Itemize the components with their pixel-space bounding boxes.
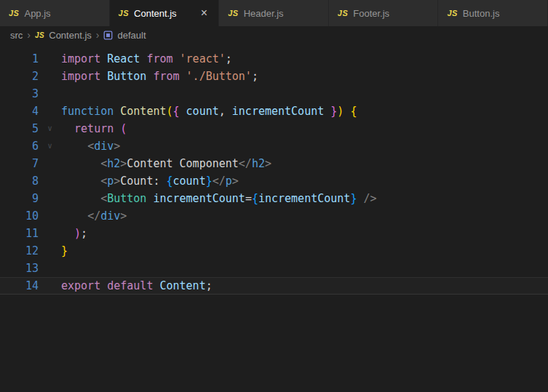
tab-label: Footer.js xyxy=(353,8,389,19)
js-file-icon: JS xyxy=(338,9,348,17)
js-file-icon: JS xyxy=(228,9,238,17)
code-line[interactable]: 14export default Content; xyxy=(0,277,548,295)
fold-spacer xyxy=(39,225,61,242)
code-text: import Button from './Button'; xyxy=(61,68,258,85)
fold-spacer xyxy=(39,85,61,103)
fold-spacer xyxy=(39,277,61,295)
line-number: 8 xyxy=(0,172,39,190)
code-text: import React from 'react'; xyxy=(61,50,232,68)
tab-label: Button.js xyxy=(463,8,500,19)
code-text: ); xyxy=(61,225,87,242)
fold-chevron-icon[interactable]: ∨ xyxy=(39,120,61,137)
js-file-icon: JS xyxy=(35,31,44,39)
js-file-icon: JS xyxy=(447,9,457,17)
code-line[interactable]: 3 xyxy=(0,85,548,103)
breadcrumb: src › JS Content.js › default xyxy=(0,26,548,44)
tab-app-js[interactable]: JSApp.js xyxy=(0,0,110,26)
code-text: } xyxy=(61,242,68,260)
line-number: 10 xyxy=(0,207,39,225)
editor-lines: 1import React from 'react';2import Butto… xyxy=(0,50,548,295)
code-text: return ( xyxy=(61,120,127,137)
tab-button-js[interactable]: JSButton.js xyxy=(438,0,548,26)
fold-spacer xyxy=(39,260,61,277)
vscode-editor-window: { "colors": { "keyword": "#C586C0", "key… xyxy=(0,0,548,392)
code-line[interactable]: 5∨ return ( xyxy=(0,120,548,137)
js-file-icon: JS xyxy=(9,9,19,17)
code-line[interactable]: 4function Content({ count, incrementCoun… xyxy=(0,103,548,120)
fold-spacer xyxy=(39,190,61,207)
line-number: 7 xyxy=(0,155,39,172)
line-number: 9 xyxy=(0,190,39,207)
tab-content-js[interactable]: JSContent.js× xyxy=(110,0,220,26)
line-number: 14 xyxy=(0,277,39,295)
fold-spacer xyxy=(39,103,61,120)
code-text: export default Content; xyxy=(61,277,213,295)
code-line[interactable]: 8 <p>Count: {count}</p> xyxy=(0,172,548,190)
module-symbol-icon xyxy=(103,31,113,40)
line-number: 6 xyxy=(0,137,39,155)
line-number: 12 xyxy=(0,242,39,260)
line-number: 11 xyxy=(0,225,39,242)
code-line[interactable]: 10 </div> xyxy=(0,207,548,225)
code-line[interactable]: 7 <h2>Content Component</h2> xyxy=(0,155,548,172)
line-number: 3 xyxy=(0,85,39,103)
chevron-right-icon: › xyxy=(27,30,31,40)
close-icon[interactable]: × xyxy=(199,6,210,20)
code-text: <p>Count: {count}</p> xyxy=(61,172,239,190)
code-line[interactable]: 13 xyxy=(0,260,548,277)
line-number: 1 xyxy=(0,50,39,68)
code-line[interactable]: 9 <Button incrementCount={incrementCount… xyxy=(0,190,548,207)
code-text: </div> xyxy=(61,207,127,225)
breadcrumb-folder[interactable]: src xyxy=(10,30,23,41)
fold-spacer xyxy=(39,155,61,172)
tab-header-js[interactable]: JSHeader.js xyxy=(219,0,329,26)
code-text: function Content({ count, incrementCount… xyxy=(61,103,357,120)
breadcrumb-file[interactable]: Content.js xyxy=(49,30,92,41)
fold-spacer xyxy=(39,242,61,260)
fold-spacer xyxy=(39,50,61,68)
editor[interactable]: 1import React from 'react';2import Butto… xyxy=(0,44,548,295)
fold-spacer xyxy=(39,172,61,190)
code-line[interactable]: 12} xyxy=(0,242,548,260)
tab-footer-js[interactable]: JSFooter.js xyxy=(329,0,439,26)
code-line[interactable]: 6∨ <div> xyxy=(0,137,548,155)
tab-bar: JSApp.jsJSContent.js×JSHeader.jsJSFooter… xyxy=(0,0,548,26)
chevron-right-icon: › xyxy=(96,30,100,40)
line-number: 2 xyxy=(0,68,39,85)
fold-spacer xyxy=(39,207,61,225)
code-line[interactable]: 2import Button from './Button'; xyxy=(0,68,548,85)
tab-label: Content.js xyxy=(134,8,177,19)
breadcrumb-symbol[interactable]: default xyxy=(117,30,146,41)
code-text: <Button incrementCount={incrementCount} … xyxy=(61,190,377,207)
code-line[interactable]: 1import React from 'react'; xyxy=(0,50,548,68)
line-number: 5 xyxy=(0,120,39,137)
js-file-icon: JS xyxy=(119,9,129,17)
code-text: <div> xyxy=(61,137,120,155)
line-number: 4 xyxy=(0,103,39,120)
tab-label: Header.js xyxy=(244,8,284,19)
tab-label: App.js xyxy=(24,8,50,19)
fold-chevron-icon[interactable]: ∨ xyxy=(39,137,61,155)
line-number: 13 xyxy=(0,260,39,277)
fold-spacer xyxy=(39,68,61,85)
code-line[interactable]: 11 ); xyxy=(0,225,548,242)
code-text: <h2>Content Component</h2> xyxy=(61,155,271,172)
